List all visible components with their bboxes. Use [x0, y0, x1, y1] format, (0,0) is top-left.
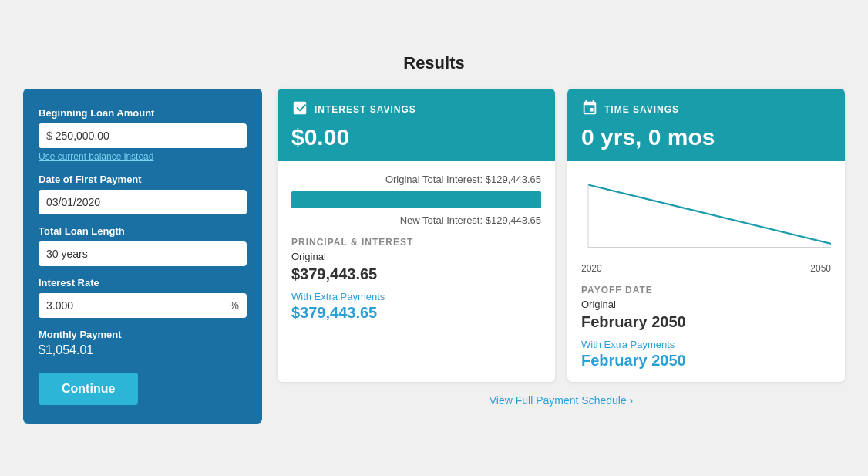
loan-length-input-wrapper: [39, 241, 247, 266]
date-label: Date of First Payment: [39, 174, 247, 185]
interest-card-body: Original Total Interest: $129,443.65 New…: [278, 161, 555, 334]
payoff-original-label: Original: [581, 299, 831, 310]
interest-bar-container: [291, 191, 541, 208]
interest-bar-bg: [291, 191, 541, 208]
left-panel: Beginning Loan Amount $ Use current bala…: [23, 89, 262, 424]
content-row: Beginning Loan Amount $ Use current bala…: [23, 89, 845, 424]
use-current-balance-link[interactable]: Use current balance instead: [39, 151, 153, 162]
monthly-payment-value: $1,054.01: [39, 343, 247, 357]
principal-original-label: Original: [291, 251, 541, 262]
interest-header-value: $0.00: [291, 124, 541, 150]
main-container: Results Beginning Loan Amount $ Use curr…: [0, 38, 868, 439]
principal-extra-value: $379,443.65: [291, 304, 541, 322]
interest-card-header: INTEREST SAVINGS $0.00: [278, 89, 555, 161]
time-header-row: TIME SAVINGS: [581, 100, 831, 120]
rate-suffix: %: [230, 299, 239, 312]
date-input-wrapper: [39, 190, 247, 214]
beginning-loan-input[interactable]: [56, 130, 239, 142]
payoff-date-title: PAYOFF DATE: [581, 285, 831, 295]
payoff-original-value: February 2050: [581, 313, 831, 331]
interest-rate-input-wrapper: %: [39, 293, 247, 318]
interest-rate-label: Interest Rate: [39, 277, 247, 289]
time-savings-card: TIME SAVINGS 0 yrs, 0 mos: [567, 89, 845, 382]
principal-original-value: $379,443.65: [291, 265, 541, 283]
interest-bar-fill: [291, 191, 541, 208]
continue-button[interactable]: Continue: [39, 373, 138, 405]
new-interest-label: New Total Interest: $129,443.65: [291, 214, 541, 226]
savings-icon: [291, 100, 308, 120]
right-panels: INTEREST SAVINGS $0.00 Original Total In…: [278, 89, 845, 407]
chart-end-year: 2050: [810, 263, 831, 274]
chart-start-year: 2020: [581, 263, 602, 274]
beginning-loan-label: Beginning Loan Amount: [39, 107, 247, 119]
time-card-body: 2020 2050 PAYOFF DATE Original February …: [567, 161, 845, 382]
principal-interest-title: PRINCIPAL & INTEREST: [291, 237, 541, 248]
loan-length-input[interactable]: [46, 248, 239, 260]
monthly-payment-label: Monthly Payment: [39, 329, 247, 340]
cards-row: INTEREST SAVINGS $0.00 Original Total In…: [278, 89, 845, 382]
interest-rate-input[interactable]: [46, 299, 227, 312]
view-schedule-link[interactable]: View Full Payment Schedule ›: [278, 394, 845, 407]
interest-savings-card: INTEREST SAVINGS $0.00 Original Total In…: [278, 89, 555, 382]
time-chart: [581, 174, 831, 258]
time-card-header: TIME SAVINGS 0 yrs, 0 mos: [567, 89, 845, 161]
original-interest-label: Original Total Interest: $129,443.65: [291, 174, 541, 185]
loan-prefix: $: [46, 130, 52, 142]
time-header-value: 0 yrs, 0 mos: [581, 124, 831, 150]
payoff-extra-label: With Extra Payments: [581, 339, 831, 350]
time-chart-svg: [581, 174, 831, 258]
date-input[interactable]: [46, 196, 239, 208]
interest-header-row: INTEREST SAVINGS: [291, 100, 541, 120]
loan-length-label: Total Loan Length: [39, 225, 247, 237]
beginning-loan-input-wrapper: $: [39, 123, 247, 148]
interest-header-label: INTEREST SAVINGS: [315, 104, 416, 115]
payoff-extra-value: February 2050: [581, 352, 831, 370]
page-title: Results: [403, 53, 464, 73]
chart-labels: 2020 2050: [581, 263, 831, 274]
time-header-label: TIME SAVINGS: [604, 104, 679, 115]
calendar-icon: [581, 100, 598, 120]
principal-extra-label: With Extra Payments: [291, 291, 541, 302]
